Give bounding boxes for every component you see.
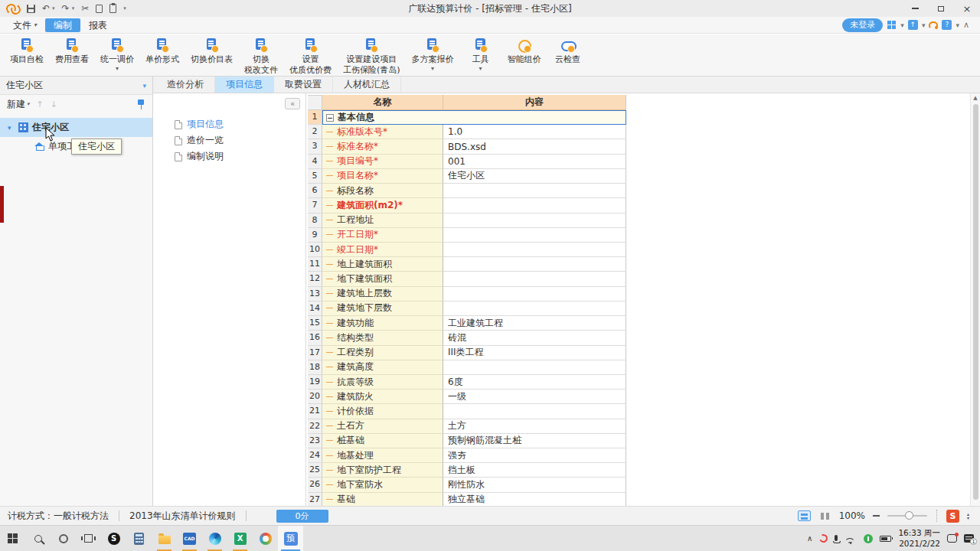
split-vertical-icon[interactable] [818,510,831,521]
tree-expand-caret-icon[interactable]: ▾ [8,124,15,132]
collapse-panel-button[interactable]: « [285,98,300,109]
ribbon-button-switch-tax-file[interactable]: 切换 税改文件 [242,37,280,77]
vertical-scrollbar[interactable]: ▲ [970,93,980,506]
new-caret-icon[interactable]: ▾ [27,101,30,107]
dropdown-caret-icon[interactable]: ▾ [116,65,119,72]
field-name-cell[interactable]: 标段名称 [322,184,443,198]
field-name-cell[interactable]: 工程地址 [322,214,443,228]
login-status-badge[interactable]: 未登录 [842,18,883,32]
row-number[interactable]: 6 [308,184,322,198]
field-value-cell[interactable] [443,214,626,228]
new-button[interactable]: 新建▾ [7,98,30,111]
row-number[interactable]: 9 [308,228,322,243]
headset-icon[interactable] [929,21,938,29]
nav-item-compilation-notes[interactable]: 编制说明 [153,148,305,165]
taskbar-app-edge[interactable] [202,526,227,551]
taskbar-app-wps-swirl[interactable] [253,526,278,551]
zoom-out-icon[interactable] [873,515,880,517]
dropdown-caret-icon[interactable]: ▾ [431,65,434,72]
field-value-cell[interactable]: 6度 [443,375,626,390]
row-number[interactable]: 4 [308,155,322,169]
field-value-cell[interactable]: 工业建筑工程 [443,316,626,331]
dropdown-caret-icon[interactable]: ▾ [479,65,482,72]
taskbar-app-calculator[interactable] [126,526,152,551]
save-icon[interactable] [27,5,35,13]
field-name-cell[interactable]: 桩基础 [322,434,443,448]
field-value-cell[interactable] [443,228,626,243]
copy-icon[interactable] [96,5,103,13]
field-value-cell[interactable]: 住宅小区 [443,169,626,184]
field-value-cell[interactable]: 刚性防水 [443,478,626,492]
row-number[interactable]: 20 [308,390,322,404]
tab-labor-material-summary[interactable]: 人材机汇总 [333,77,401,93]
field-name-cell[interactable]: 地下室防护工程 [322,463,443,478]
field-name-cell[interactable]: 地上建筑面积 [322,257,443,272]
move-down-icon[interactable]: ↓ [51,99,57,109]
collapse-ribbon-caret-icon[interactable]: ∧ [963,20,969,30]
column-header-name[interactable]: 名称 [322,95,443,110]
field-value-cell[interactable] [443,404,626,419]
row-number[interactable]: 1 [308,110,322,125]
taskbar-app-cad[interactable]: CAD [177,526,202,551]
ribbon-button-set-injury-insurance[interactable]: 设置建设项目 工伤保险(青岛) [341,37,403,77]
minimize-button[interactable] [902,0,928,17]
taskbar-app-yusuan[interactable]: 预 [278,526,303,551]
row-number[interactable]: 18 [308,360,322,375]
field-name-cell[interactable]: 建筑地上层数 [322,287,443,302]
tree-item-project[interactable]: ▾ 住宅小区 [0,118,152,137]
row-number[interactable]: 22 [308,419,322,434]
taskbar-app-sogou-black[interactable]: S [101,526,126,551]
pin-icon[interactable] [136,99,145,109]
field-value-cell[interactable]: 土方 [443,419,626,434]
collapse-group-icon[interactable]: − [326,114,334,122]
undo-caret-icon[interactable]: ▾ [52,5,55,11]
field-name-cell[interactable]: 建筑功能 [322,316,443,331]
ime-arrows-icon[interactable]: ▴▾ [967,512,969,520]
row-number[interactable]: 24 [308,448,322,463]
upload-caret-icon[interactable]: ▾ [922,21,926,29]
menu-item-compile[interactable]: 编制 [45,18,80,32]
taskbar-app-start[interactable] [0,526,25,551]
tab-project-info[interactable]: 项目信息 [215,77,274,93]
nav-item-project-info[interactable]: 项目信息 [153,116,305,132]
field-value-cell[interactable]: 挡土板 [443,463,626,478]
redo-caret-icon[interactable]: ▾ [72,5,75,11]
field-value-cell[interactable] [443,198,626,213]
row-number[interactable]: 12 [308,272,322,286]
security-shield-icon[interactable] [864,534,873,543]
row-number[interactable]: 25 [308,463,322,478]
field-name-cell[interactable]: 计价依据 [322,404,443,419]
tab-cost-analysis[interactable]: 造价分析 [156,77,215,93]
ribbon-button-unified-price-adjust[interactable]: 统一调价▾ [98,37,136,73]
row-number[interactable]: 10 [308,243,322,257]
row-number[interactable]: 17 [308,346,322,360]
field-name-cell[interactable]: 抗震等级 [322,375,443,390]
field-name-cell[interactable]: 地下建筑面积 [322,272,443,286]
ribbon-button-switch-price-list[interactable]: 切换价目表 [188,37,235,66]
red-swirl-icon[interactable] [818,533,829,543]
project-selector[interactable]: 住宅小区 ▾ [0,77,152,95]
field-value-cell[interactable] [443,243,626,257]
move-up-icon[interactable]: ↑ [37,99,44,109]
tray-expand-icon[interactable]: ∧ [807,534,812,543]
row-number[interactable]: 21 [308,404,322,419]
cut-icon[interactable]: ✂ [81,3,89,14]
row-number[interactable]: 8 [308,214,322,228]
row-number[interactable]: 2 [308,125,322,139]
row-number[interactable]: 16 [308,331,322,345]
menu-item-report[interactable]: 报表 [80,18,116,32]
row-number[interactable]: 23 [308,434,322,448]
ribbon-button-unit-price-form[interactable]: 单价形式 [143,37,181,66]
help-caret-icon[interactable]: ▾ [956,21,959,29]
scrollbar-thumb[interactable] [973,104,978,500]
messages-icon[interactable] [947,534,957,543]
group-row-cell[interactable]: −基本信息 [322,110,626,125]
field-value-cell[interactable] [443,287,626,302]
field-name-cell[interactable]: 建筑地下层数 [322,302,443,316]
field-value-cell[interactable] [443,360,626,375]
field-name-cell[interactable]: 地基处理 [322,448,443,463]
field-value-cell[interactable]: 预制钢筋混凝土桩 [443,434,626,448]
microphone-icon[interactable] [835,535,838,541]
split-horizontal-icon[interactable] [798,510,811,521]
field-value-cell[interactable]: III类工程 [443,346,626,360]
